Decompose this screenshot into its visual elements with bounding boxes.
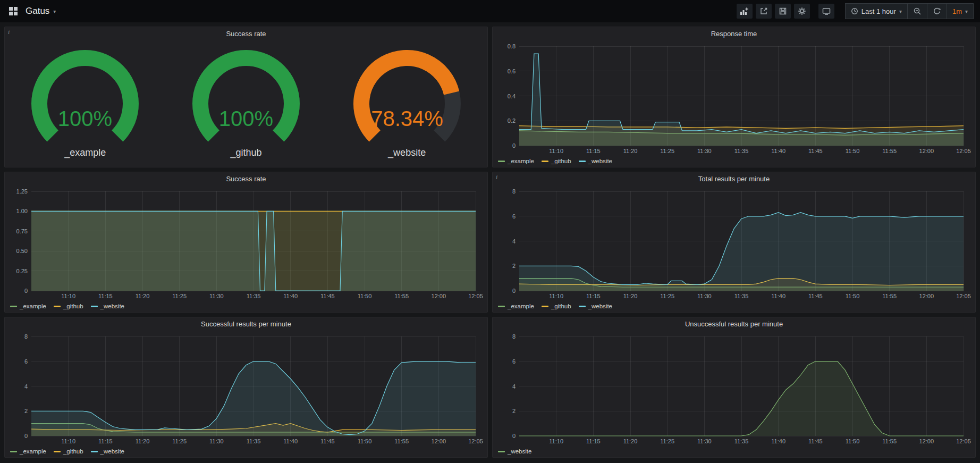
legend-item-_github[interactable]: _github: [54, 303, 83, 309]
panel-title[interactable]: Total results per minute: [493, 172, 975, 186]
panel-info-icon[interactable]: i: [496, 173, 502, 181]
svg-text:11:20: 11:20: [623, 438, 638, 444]
legend-item-_example[interactable]: _example: [498, 303, 534, 309]
legend-label: _website: [588, 303, 612, 309]
panel-title[interactable]: Response time: [493, 27, 975, 41]
tv-mode-button[interactable]: [818, 4, 834, 19]
legend-item-_website[interactable]: _website: [91, 448, 124, 454]
panel-info-icon[interactable]: i: [8, 28, 14, 36]
chart-legend: _website: [493, 447, 975, 456]
gauge-arc: 100%: [166, 48, 326, 150]
gauge-_website: 78.34%_website: [327, 48, 487, 158]
dashboard-title[interactable]: Gatus ▾: [26, 6, 56, 16]
share-button[interactable]: [756, 4, 772, 19]
chart-canvas-success-rate[interactable]: 11:1011:1511:2011:2511:3011:3511:4011:45…: [9, 186, 483, 301]
panel-title[interactable]: Success rate: [5, 172, 487, 186]
svg-text:11:45: 11:45: [808, 293, 823, 299]
chart-canvas-total-results[interactable]: 11:1011:1511:2011:2511:3011:3511:4011:45…: [497, 186, 971, 301]
svg-text:11:40: 11:40: [771, 293, 785, 299]
svg-text:11:15: 11:15: [586, 148, 601, 154]
legend-color-mark: [10, 306, 17, 307]
svg-text:11:45: 11:45: [320, 293, 335, 299]
svg-text:0.25: 0.25: [16, 268, 28, 274]
svg-text:12:05: 12:05: [956, 293, 971, 299]
time-controls: Last 1 hour ▾ 1m ▾: [845, 3, 974, 19]
chart-plot[interactable]: 11:1011:1511:2011:2511:3011:3511:4011:45…: [9, 331, 483, 447]
settings-button[interactable]: [794, 4, 810, 19]
svg-text:2: 2: [24, 408, 28, 414]
panel-title[interactable]: Success rate: [5, 27, 487, 41]
dashboard-grid-icon[interactable]: [6, 4, 20, 18]
refresh-button[interactable]: [927, 3, 947, 19]
svg-text:12:05: 12:05: [956, 148, 971, 154]
svg-text:11:35: 11:35: [247, 438, 261, 444]
svg-text:11:40: 11:40: [283, 438, 298, 444]
gauge-_example: 100%_example: [5, 48, 165, 158]
svg-text:11:30: 11:30: [697, 293, 712, 299]
add-panel-button[interactable]: [737, 4, 753, 19]
legend-item-_example[interactable]: _example: [10, 448, 46, 454]
legend-color-mark: [498, 451, 505, 452]
panel-title[interactable]: Unsuccessful results per minute: [493, 317, 975, 331]
legend-label: _example: [508, 158, 534, 164]
legend-label: _website: [100, 303, 124, 309]
chart-legend: _example_github_website: [493, 156, 975, 166]
legend-color-mark: [579, 306, 586, 307]
svg-text:11:50: 11:50: [846, 293, 860, 299]
chart-canvas-successful-results[interactable]: 11:1011:1511:2011:2511:3011:3511:4011:45…: [9, 331, 483, 447]
legend-item-_example[interactable]: _example: [498, 158, 534, 164]
legend-color-mark: [54, 306, 61, 307]
legend-item-_website[interactable]: _website: [579, 303, 612, 309]
time-range-button[interactable]: Last 1 hour ▾: [845, 3, 908, 19]
svg-text:0.8: 0.8: [508, 43, 516, 49]
legend-item-_github[interactable]: _github: [542, 158, 571, 164]
legend-item-_github[interactable]: _github: [54, 448, 83, 454]
svg-text:8: 8: [512, 333, 516, 340]
svg-text:11:40: 11:40: [771, 148, 785, 154]
svg-text:0.4: 0.4: [508, 93, 516, 99]
legend-item-_website[interactable]: _website: [91, 303, 124, 309]
grid-squares-icon: [9, 6, 18, 16]
svg-text:11:35: 11:35: [734, 148, 749, 154]
legend-item-_website[interactable]: _website: [498, 448, 531, 454]
legend-color-mark: [542, 161, 548, 162]
chart-plot[interactable]: 11:1011:1511:2011:2511:3011:3511:4011:45…: [497, 186, 971, 301]
svg-text:11:40: 11:40: [771, 438, 785, 444]
legend-item-_website[interactable]: _website: [579, 158, 612, 164]
svg-text:11:45: 11:45: [808, 148, 823, 154]
svg-text:0: 0: [24, 433, 28, 439]
chart-plot[interactable]: 11:1011:1511:2011:2511:3011:3511:4011:45…: [497, 331, 971, 447]
navbar-right: Last 1 hour ▾ 1m ▾: [737, 3, 974, 19]
dashboard-grid: i Success rate 100%_example100%_github78…: [0, 22, 980, 462]
gauge-label: _website: [388, 147, 426, 158]
svg-text:11:15: 11:15: [586, 438, 601, 444]
svg-text:0: 0: [512, 142, 516, 149]
legend-color-mark: [498, 161, 505, 162]
chart-canvas-unsuccessful-results[interactable]: 11:1011:1511:2011:2511:3011:3511:4011:45…: [497, 331, 971, 447]
refresh-interval-button[interactable]: 1m ▾: [947, 3, 974, 19]
svg-text:11:25: 11:25: [172, 293, 187, 299]
svg-text:11:30: 11:30: [697, 148, 712, 154]
legend-label: _github: [551, 303, 571, 309]
save-button[interactable]: [775, 4, 791, 19]
chart-legend: _example_github_website: [5, 301, 487, 311]
zoom-out-button[interactable]: [907, 3, 927, 19]
svg-text:11:35: 11:35: [734, 293, 749, 299]
svg-text:11:50: 11:50: [358, 438, 372, 444]
svg-text:4: 4: [512, 383, 516, 390]
svg-text:11:55: 11:55: [882, 293, 897, 299]
svg-text:2: 2: [512, 263, 516, 269]
chart-plot[interactable]: 11:1011:1511:2011:2511:3011:3511:4011:45…: [9, 186, 483, 301]
chart-canvas-response-time[interactable]: 11:1011:1511:2011:2511:3011:3511:4011:45…: [497, 41, 971, 156]
dashboard-title-text: Gatus: [26, 6, 49, 16]
legend-color-mark: [10, 451, 17, 452]
chart-plot[interactable]: 11:1011:1511:2011:2511:3011:3511:4011:45…: [497, 41, 971, 156]
svg-text:11:55: 11:55: [882, 148, 897, 154]
gauge-label: _github: [230, 147, 261, 158]
legend-item-_github[interactable]: _github: [542, 303, 571, 309]
legend-item-_example[interactable]: _example: [10, 303, 46, 309]
panel-title[interactable]: Successful results per minute: [5, 317, 487, 331]
svg-text:11:25: 11:25: [172, 438, 187, 444]
svg-text:12:05: 12:05: [468, 438, 483, 444]
svg-text:0: 0: [24, 288, 28, 294]
